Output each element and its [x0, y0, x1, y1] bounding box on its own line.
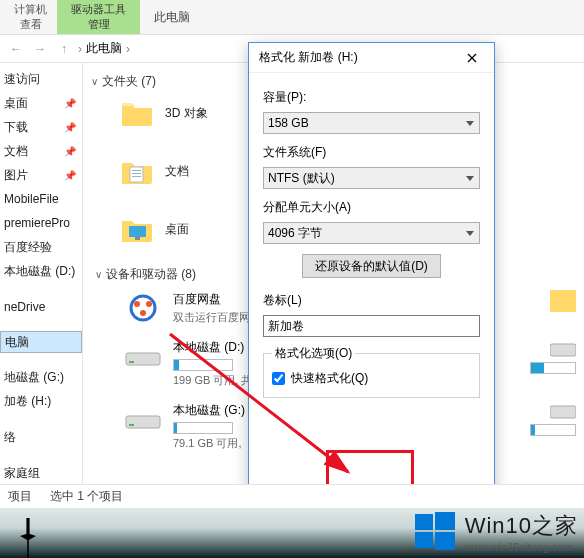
- pin-icon: 📌: [64, 170, 76, 181]
- svg-rect-18: [415, 514, 433, 530]
- restore-defaults-button[interactable]: 还原设备的默认值(D): [302, 254, 441, 278]
- breadcrumb-root: 此电脑: [86, 40, 122, 57]
- folder-icon: [119, 98, 155, 128]
- breadcrumb[interactable]: › 此电脑 ›: [78, 40, 130, 57]
- pin-icon: 📌: [64, 146, 76, 157]
- drive-icon: [550, 404, 576, 420]
- status-bar: 项目 选中 1 个项目: [0, 484, 584, 508]
- sidebar-item-documents[interactable]: 文档📌: [0, 139, 82, 163]
- sidebar-item-mobilefile[interactable]: MobileFile: [0, 187, 82, 211]
- svg-point-6: [131, 296, 155, 320]
- svg-rect-4: [129, 226, 146, 237]
- watermark-url: www.win10xitong.com: [465, 541, 578, 553]
- svg-rect-16: [550, 406, 576, 418]
- quick-format-checkbox-input[interactable]: [272, 372, 285, 385]
- format-dialog: 格式化 新加卷 (H:) 容量(P): 158 GB 文件系统(F) NTFS …: [248, 42, 495, 552]
- filesystem-label: 文件系统(F): [263, 144, 480, 161]
- capacity-bar: [173, 359, 233, 371]
- right-drive-peek: [530, 290, 576, 436]
- pin-icon: 📌: [64, 122, 76, 133]
- sidebar-item-pictures[interactable]: 图片📌: [0, 163, 82, 187]
- dialog-title: 格式化 新加卷 (H:): [259, 49, 358, 66]
- sidebar-item-network[interactable]: 络: [0, 425, 82, 449]
- folder-desktop[interactable]: 桌面: [119, 214, 208, 244]
- svg-rect-21: [435, 532, 455, 550]
- svg-rect-5: [135, 237, 140, 240]
- sidebar-item-baidu[interactable]: 百度经验: [0, 235, 82, 259]
- svg-rect-2: [132, 173, 141, 174]
- folder-icon: [119, 214, 155, 244]
- svg-point-8: [146, 301, 152, 307]
- sidebar-item-drive-d[interactable]: 本地磁盘 (D:): [0, 259, 82, 283]
- svg-rect-14: [550, 290, 576, 312]
- allocation-select[interactable]: 4096 字节: [263, 222, 480, 244]
- folder-icon: [119, 156, 155, 186]
- windows-logo-icon: [413, 510, 457, 554]
- volume-input[interactable]: [263, 315, 480, 337]
- folder-icon: [550, 290, 576, 312]
- ribbon-tab-computer[interactable]: 计算机 查看: [4, 0, 57, 34]
- nav-forward-icon[interactable]: →: [30, 39, 50, 59]
- chevron-down-icon: ∨: [95, 269, 102, 280]
- svg-rect-12: [126, 416, 160, 428]
- ribbon: 计算机 查看 驱动器工具 管理 此电脑: [0, 0, 584, 35]
- allocation-label: 分配单元大小(A): [263, 199, 480, 216]
- svg-rect-15: [550, 344, 576, 356]
- status-items: 项目: [8, 488, 32, 505]
- quick-format-checkbox[interactable]: 快速格式化(Q): [272, 370, 471, 387]
- folder-3dobjects[interactable]: 3D 对象: [119, 98, 208, 128]
- folder-documents[interactable]: 文档: [119, 156, 208, 186]
- close-icon: [467, 53, 477, 63]
- svg-rect-19: [435, 512, 455, 530]
- close-button[interactable]: [458, 47, 486, 69]
- drive-icon: [123, 341, 163, 371]
- volume-label: 卷标(L): [263, 292, 480, 309]
- chevron-down-icon: ∨: [91, 76, 98, 87]
- capacity-bar: [173, 422, 233, 434]
- sidebar-item-drive-h[interactable]: 加卷 (H:): [0, 389, 82, 413]
- svg-point-9: [140, 310, 146, 316]
- svg-rect-13: [129, 424, 134, 426]
- sidebar-item-desktop[interactable]: 桌面📌: [0, 91, 82, 115]
- ribbon-tab-label: 管理: [88, 17, 110, 32]
- watermark-title: Win10之家: [465, 511, 578, 541]
- capacity-select[interactable]: 158 GB: [263, 112, 480, 134]
- nav-up-icon[interactable]: ↑: [54, 39, 74, 59]
- watermark: Win10之家 www.win10xitong.com: [413, 510, 578, 554]
- sidebar-item-drive-g[interactable]: 地磁盘 (G:): [0, 365, 82, 389]
- svg-rect-10: [126, 353, 160, 365]
- filesystem-select[interactable]: NTFS (默认): [263, 167, 480, 189]
- sidebar-item-onedrive[interactable]: neDrive: [0, 295, 82, 319]
- sidebar-item-downloads[interactable]: 下载📌: [0, 115, 82, 139]
- sidebar-item-premierepro[interactable]: premierePro: [0, 211, 82, 235]
- svg-rect-0: [130, 167, 143, 182]
- baidu-icon: [123, 293, 163, 323]
- drive-icon: [123, 404, 163, 434]
- ribbon-tab-label: 计算机: [14, 2, 47, 17]
- svg-rect-11: [129, 361, 134, 363]
- dialog-titlebar[interactable]: 格式化 新加卷 (H:): [249, 43, 494, 73]
- pin-icon: 📌: [64, 98, 76, 109]
- svg-point-7: [134, 301, 140, 307]
- nav-back-icon[interactable]: ←: [6, 39, 26, 59]
- nav-sidebar: 速访问 桌面📌 下载📌 文档📌 图片📌 MobileFile premiereP…: [0, 63, 83, 493]
- sidebar-item-quickaccess[interactable]: 速访问: [0, 67, 82, 91]
- status-selection: 选中 1 个项目: [50, 488, 123, 505]
- chevron-right-icon: ›: [78, 42, 82, 56]
- svg-rect-3: [132, 176, 141, 177]
- sidebar-item-homegroup[interactable]: 家庭组: [0, 461, 82, 485]
- ribbon-tab-label: 查看: [20, 17, 42, 32]
- capacity-label: 容量(P):: [263, 89, 480, 106]
- sidebar-item-thispc[interactable]: 电脑: [0, 331, 82, 353]
- drive-icon: [550, 342, 576, 358]
- chevron-right-icon: ›: [126, 42, 130, 56]
- ribbon-tab-label: 驱动器工具: [71, 2, 126, 17]
- svg-rect-1: [132, 170, 141, 171]
- window-title: 此电脑: [140, 0, 204, 35]
- ribbon-tab-drivetools[interactable]: 驱动器工具 管理: [57, 0, 140, 34]
- svg-rect-20: [415, 532, 433, 548]
- format-options-group: 格式化选项(O) 快速格式化(Q): [263, 345, 480, 398]
